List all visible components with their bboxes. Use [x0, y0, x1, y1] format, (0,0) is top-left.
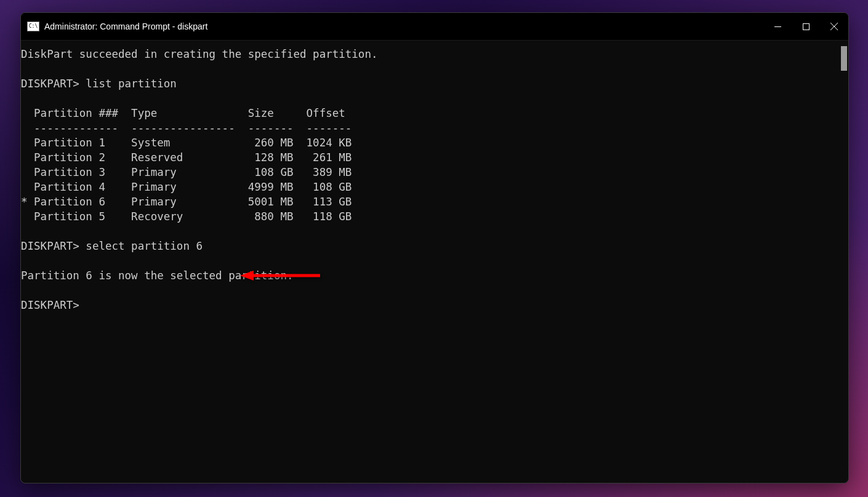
table-row: Partition 2 Reserved 128 MB 261 MB	[21, 151, 352, 164]
output-msg-created: DiskPart succeeded in creating the speci…	[21, 48, 377, 60]
minimize-button[interactable]	[763, 13, 792, 40]
cmd-list-partition: list partition	[86, 78, 177, 90]
window-title: Administrator: Command Prompt - diskpart	[44, 22, 763, 31]
command-prompt-window: C:\ Administrator: Command Prompt - disk…	[20, 12, 849, 483]
table-row: Partition 4 Primary 4999 MB 108 GB	[21, 181, 352, 193]
maximize-button[interactable]	[792, 13, 820, 40]
table-row: * Partition 6 Primary 5001 MB 113 GB	[21, 196, 352, 208]
prompt: DISKPART>	[21, 78, 86, 90]
output-msg-selected: Partition 6 is now the selected partitio…	[21, 269, 294, 282]
svg-rect-1	[803, 23, 809, 30]
window-controls	[763, 13, 848, 40]
prompt: DISKPART>	[21, 299, 79, 311]
scrollbar-thumb[interactable]	[841, 46, 847, 71]
cmd-select-partition: select partition 6	[86, 240, 203, 252]
table-row: Partition 3 Primary 108 GB 389 MB	[21, 166, 352, 178]
cmd-icon: C:\	[27, 22, 39, 31]
close-button[interactable]	[820, 13, 848, 40]
terminal-output[interactable]: DiskPart succeeded in creating the speci…	[21, 41, 848, 483]
titlebar[interactable]: C:\ Administrator: Command Prompt - disk…	[21, 13, 848, 41]
prompt: DISKPART>	[21, 240, 86, 252]
table-row: Partition 5 Recovery 880 MB 118 GB	[21, 210, 352, 223]
table-divider: ------------- ---------------- ------- -…	[21, 122, 352, 134]
table-header: Partition ### Type Size Offset	[21, 107, 345, 119]
table-row: Partition 1 System 260 MB 1024 KB	[21, 137, 352, 149]
